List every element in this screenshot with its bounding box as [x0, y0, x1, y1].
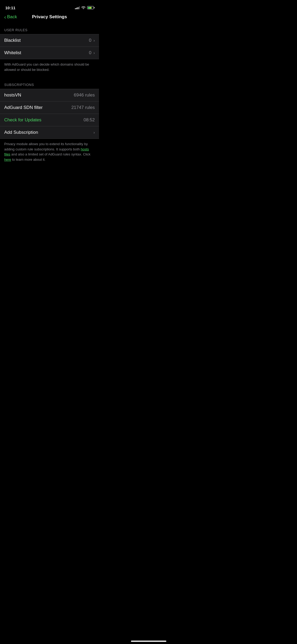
hostsvn-label: hostsVN: [4, 93, 21, 98]
back-chevron-icon: ‹: [4, 14, 6, 20]
user-rules-section-header: USER RULES: [0, 23, 99, 34]
blacklist-right: 0 ›: [89, 38, 95, 43]
user-rules-list: Blacklist 0 › Whitelist 0 ›: [0, 34, 99, 59]
user-rules-footer: With AdGuard you can decide which domain…: [0, 59, 99, 77]
adguard-sdn-count: 21747 rules: [71, 105, 95, 110]
check-updates-label: Check for Updates: [4, 117, 41, 123]
subscriptions-footer-text3: to learn more about it.: [11, 158, 45, 162]
wifi-icon: [81, 6, 86, 10]
whitelist-right: 0 ›: [89, 50, 95, 56]
here-link[interactable]: here: [4, 158, 11, 162]
whitelist-label: Whitelist: [4, 50, 21, 56]
blacklist-label: Blacklist: [4, 38, 21, 43]
battery-icon: ⚡: [87, 6, 94, 9]
whitelist-count: 0: [89, 50, 91, 56]
subscriptions-footer-text1: Privacy module allows you to extend its …: [4, 142, 88, 151]
status-time: 10:11: [5, 6, 15, 10]
back-label: Back: [7, 14, 17, 20]
subscriptions-section-header: SUBSCRIPTIONS: [0, 77, 99, 89]
subscriptions-list: hostsVN 6946 rules AdGuard SDN filter 21…: [0, 89, 99, 139]
subscriptions-footer: Privacy module allows you to extend its …: [0, 139, 99, 167]
blacklist-count: 0: [89, 38, 91, 43]
whitelist-item[interactable]: Whitelist 0 ›: [0, 47, 99, 59]
hostsvn-item[interactable]: hostsVN 6946 rules: [0, 89, 99, 102]
adguard-sdn-label: AdGuard SDN filter: [4, 105, 43, 110]
blacklist-chevron-icon: ›: [93, 38, 95, 43]
nav-header: ‹ Back Privacy Settings: [0, 12, 99, 23]
page-title: Privacy Settings: [32, 14, 67, 20]
adguard-sdn-item[interactable]: AdGuard SDN filter 21747 rules: [0, 102, 99, 114]
hostsvn-count: 6946 rules: [74, 93, 95, 98]
signal-icon: [75, 6, 80, 9]
status-icons: ⚡: [75, 6, 94, 10]
add-subscription-chevron-icon: ›: [93, 130, 95, 135]
subscriptions-footer-text2: and also a limited set of AdGuard rules …: [10, 152, 90, 156]
add-subscription-item[interactable]: Add Subscription ›: [0, 126, 99, 139]
check-updates-time: 08:52: [83, 117, 95, 123]
add-subscription-label: Add Subscription: [4, 130, 38, 135]
back-button[interactable]: ‹ Back: [4, 14, 17, 20]
status-bar: 10:11 ⚡: [0, 0, 99, 12]
check-updates-item[interactable]: Check for Updates 08:52: [0, 114, 99, 126]
blacklist-item[interactable]: Blacklist 0 ›: [0, 34, 99, 47]
whitelist-chevron-icon: ›: [93, 51, 95, 55]
